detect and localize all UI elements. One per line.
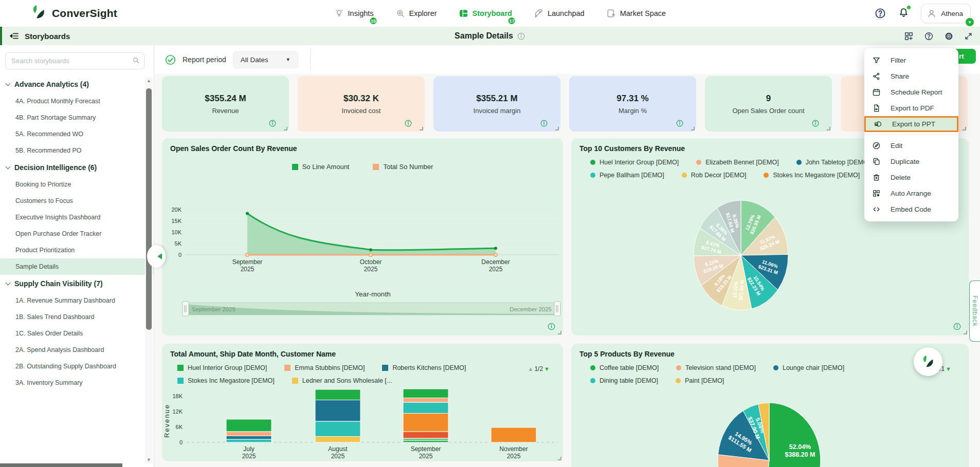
nav-item-launchpad[interactable]: Launchpad <box>534 8 585 18</box>
sidebar-item[interactable]: Booking to Priortize <box>0 176 154 193</box>
help-circle-icon[interactable] <box>924 31 934 41</box>
sidebar-item[interactable]: 4B. Part Shortage Summary <box>0 109 154 126</box>
check-circle-icon[interactable] <box>165 54 176 65</box>
menu-item-share[interactable]: Share <box>864 68 958 84</box>
brand[interactable]: ConverSight <box>30 4 117 23</box>
sidebar-section-label: Advance Analytics (4) <box>14 80 89 88</box>
svg-text:$388.20 M: $388.20 M <box>785 451 815 458</box>
report-period-select[interactable]: All Dates ▼ <box>233 51 298 68</box>
kpi-label: Margin % <box>619 107 647 115</box>
svg-text:July: July <box>243 445 254 453</box>
kpi-card[interactable]: $30.32 KInvoiced cost <box>298 76 425 132</box>
info-icon[interactable] <box>540 119 548 127</box>
feedback-tab[interactable]: Feedback <box>969 281 980 342</box>
info-icon[interactable] <box>676 119 684 127</box>
trash-icon <box>872 173 885 182</box>
info-icon[interactable] <box>517 32 525 41</box>
kpi-label: Revenue <box>212 107 239 115</box>
scroll-down-icon[interactable]: ▼ <box>145 457 153 462</box>
chat-assistant-button[interactable] <box>914 347 942 376</box>
menu-item-duplicate[interactable]: Duplicate <box>864 154 958 170</box>
search-icon[interactable] <box>132 56 140 67</box>
sidebar-item[interactable]: Executive Insights Dashboard <box>0 209 154 226</box>
sidebar-item[interactable]: Open Purchase Order Tracker <box>0 226 154 242</box>
sidebar-toggle-icon[interactable] <box>9 31 20 41</box>
chart-card-top5-products[interactable]: Top 5 Products By RevenueCoffee table [D… <box>571 344 969 467</box>
menu-item-auto-arrange[interactable]: Auto Arrange <box>864 185 958 201</box>
sidebar-item[interactable]: Sample Details <box>0 258 154 275</box>
svg-text:October: October <box>360 258 382 266</box>
gear-icon[interactable] <box>944 31 954 41</box>
menu-item-export-to-ppt[interactable]: PExport to PPT <box>864 116 958 132</box>
user-menu[interactable]: Athena ▼ <box>921 4 971 23</box>
chart-card-open-sales-order[interactable]: Open Sales Order Count By RevenueSo Line… <box>162 138 563 335</box>
menu-item-embed-code[interactable]: Embed Code <box>864 201 958 217</box>
sidebar-scrollbar[interactable]: ▲ ▼ <box>145 77 153 463</box>
sidebar-section-0[interactable]: Advance Analytics (4) <box>0 76 154 93</box>
sidebar-item[interactable]: 5A. Recommended WO <box>0 126 154 142</box>
sidebar-item[interactable]: 1C. Sales Order Details <box>0 325 154 342</box>
sidebar-horizontal-scrollbar[interactable] <box>0 463 122 467</box>
sidebar-collapse-button[interactable] <box>147 245 166 268</box>
menu-item-edit[interactable]: Edit <box>864 138 958 154</box>
sidebar-item[interactable]: 3A. Inventory Summary <box>0 375 154 391</box>
storyboard-context-menu: FilterShareSchedule ReportExport to PDFP… <box>864 48 958 221</box>
kpi-card[interactable]: $355.21 MInvoiced margin <box>433 76 560 132</box>
nav-item-explorer[interactable]: Explorer <box>395 8 437 18</box>
nav-item-insights[interactable]: Insights15 <box>334 8 374 18</box>
menu-item-label: Edit <box>891 142 902 150</box>
scrollbar-thumb[interactable] <box>146 88 152 330</box>
sidebar-section-2[interactable]: Supply Chain Visibility (7) <box>0 275 154 292</box>
storyboard-tree: Advance Analytics (4)4A. Product Monthly… <box>0 76 154 391</box>
search-input[interactable] <box>5 52 144 69</box>
chart-card-total-amount[interactable]: Total Amount, Ship Date Month, Customer … <box>162 344 563 461</box>
resize-corner <box>558 331 561 334</box>
ppt-icon: P <box>874 120 887 128</box>
add-widget-icon[interactable] <box>904 31 914 41</box>
svg-text:Year-month: Year-month <box>355 290 390 298</box>
filter-bar: Report period All Dates ▼ <box>154 45 980 74</box>
main-content: Report period All Dates ▼ $355.24 MReven… <box>154 45 980 467</box>
menu-item-delete[interactable]: Delete <box>864 170 958 185</box>
sidebar-item[interactable]: Product Prioritization <box>0 242 154 258</box>
chevron-down-icon <box>6 81 11 86</box>
info-icon[interactable] <box>404 119 412 127</box>
help-icon[interactable] <box>874 7 886 20</box>
menu-item-schedule-report[interactable]: Schedule Report <box>864 84 958 100</box>
report-period-value: All Dates <box>241 56 268 64</box>
report-period-label: Report period <box>183 55 226 64</box>
kpi-card[interactable]: 97.31 %Margin % <box>569 76 696 132</box>
resize-corner <box>963 127 966 130</box>
resize-corner <box>420 127 423 130</box>
kpi-card[interactable]: 9Open Sales Order count <box>705 76 832 132</box>
sidebar-item[interactable]: 1A. Revenue Summary Dashboard <box>0 292 154 309</box>
scroll-up-icon[interactable]: ▲ <box>145 78 153 83</box>
svg-text:Revenue: Revenue <box>163 404 171 438</box>
kpi-card[interactable]: $355.24 MRevenue <box>162 76 289 132</box>
svg-text:September: September <box>232 258 263 266</box>
info-icon[interactable] <box>953 322 961 331</box>
sidebar-item[interactable]: 2B. Outstanding Supply Dashboard <box>0 358 154 375</box>
pdf-icon <box>872 104 885 113</box>
sidebar-item[interactable]: 2A. Spend Analysis Dashboard <box>0 342 154 358</box>
sidebar-section-1[interactable]: Decision Intelligence (6) <box>0 159 154 176</box>
nav-item-storyboard[interactable]: Storyboard17 <box>459 8 512 18</box>
nav-item-marketspace[interactable]: Market Space <box>606 8 666 18</box>
info-icon[interactable] <box>811 119 820 127</box>
sidebar-item[interactable]: 1B. Sales Trend Dashboard <box>0 309 154 325</box>
svg-text:December 2025: December 2025 <box>510 306 552 312</box>
sidebar-item[interactable]: 5B. Recommended PO <box>0 142 154 159</box>
brand-name: ConverSight <box>52 7 117 20</box>
chevron-down-icon <box>6 164 11 169</box>
expand-icon[interactable] <box>964 32 973 41</box>
sidebar-item[interactable]: 4A. Product Monthly Forecast <box>0 93 154 109</box>
menu-item-export-to-pdf[interactable]: Export to PDF <box>864 100 958 116</box>
menu-item-label: Schedule Report <box>891 88 942 96</box>
menu-item-filter[interactable]: Filter <box>864 52 958 68</box>
info-icon[interactable] <box>547 322 556 331</box>
nav-badge: 15 <box>369 16 378 25</box>
notifications-button[interactable] <box>898 7 910 21</box>
sidebar-item[interactable]: Customers to Focus <box>0 193 154 209</box>
edit-icon <box>872 141 885 150</box>
info-icon[interactable] <box>268 119 277 127</box>
